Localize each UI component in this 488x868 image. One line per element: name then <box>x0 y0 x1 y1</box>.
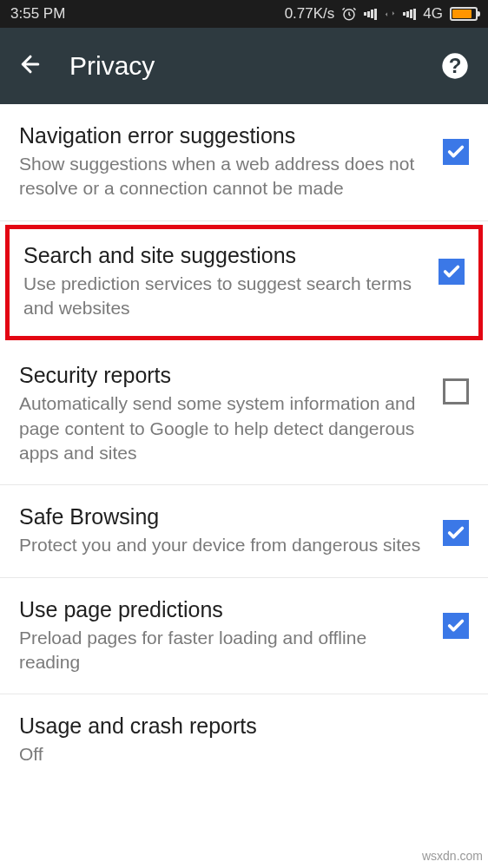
signal-icon-2 <box>403 8 416 20</box>
setting-desc: Off <box>19 742 455 766</box>
setting-title: Security reports <box>19 363 429 388</box>
status-time: 3:55 PM <box>10 5 65 23</box>
watermark: wsxdn.com <box>422 849 483 863</box>
back-button[interactable] <box>17 51 43 81</box>
help-button[interactable]: ? <box>439 50 471 82</box>
setting-safe-browsing[interactable]: Safe Browsing Protect you and your devic… <box>0 485 488 577</box>
settings-list: Navigation error suggestions Show sugges… <box>0 104 488 786</box>
setting-title: Search and site suggestions <box>23 243 425 268</box>
setting-desc: Preload pages for faster loading and off… <box>19 626 429 675</box>
checkbox[interactable] <box>439 259 465 285</box>
setting-title: Use page predictions <box>19 597 429 622</box>
signal-icon <box>364 8 377 20</box>
svg-text:?: ? <box>449 54 462 77</box>
page-title: Privacy <box>69 51 439 81</box>
checkbox[interactable] <box>443 613 469 639</box>
setting-search-suggestions[interactable]: Search and site suggestions Use predicti… <box>5 225 483 341</box>
setting-title: Navigation error suggestions <box>19 123 429 148</box>
setting-page-predictions[interactable]: Use page predictions Preload pages for f… <box>0 578 488 695</box>
setting-desc: Automatically send some system informati… <box>19 391 429 465</box>
setting-navigation-errors[interactable]: Navigation error suggestions Show sugges… <box>0 104 488 221</box>
battery-icon <box>450 7 478 21</box>
checkbox[interactable] <box>443 139 469 165</box>
setting-desc: Use prediction services to suggest searc… <box>23 272 425 321</box>
app-bar: Privacy ? <box>0 28 488 104</box>
setting-desc: Show suggestions when a web address does… <box>19 152 429 201</box>
checkbox[interactable] <box>443 520 469 546</box>
setting-desc: Protect you and your device from dangero… <box>19 533 429 557</box>
setting-usage-crash[interactable]: Usage and crash reports Off <box>0 694 488 786</box>
setting-title: Safe Browsing <box>19 504 429 529</box>
alarm-icon <box>341 6 357 22</box>
setting-security-reports[interactable]: Security reports Automatically send some… <box>0 344 488 485</box>
setting-title: Usage and crash reports <box>19 713 455 739</box>
status-speed: 0.77K/s <box>285 5 335 23</box>
data-transfer-icon <box>384 8 396 20</box>
status-bar: 3:55 PM 0.77K/s 4G <box>0 0 488 28</box>
network-type: 4G <box>423 5 443 23</box>
checkbox[interactable] <box>443 378 469 404</box>
